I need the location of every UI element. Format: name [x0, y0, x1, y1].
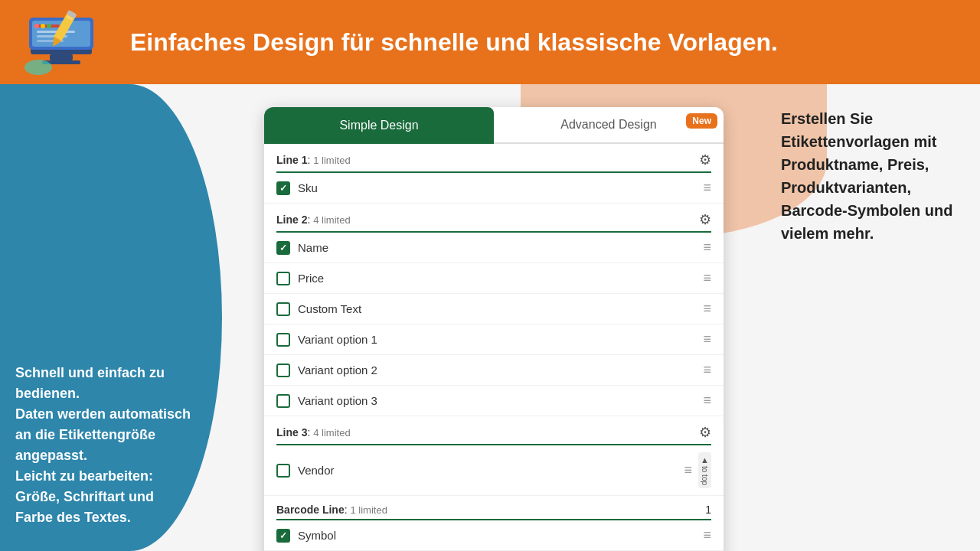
svg-point-16 [24, 60, 52, 75]
drag-icon-sku[interactable]: ≡ [703, 180, 711, 196]
item-variant2: Variant option 2 ≡ [264, 355, 724, 386]
checkbox-name[interactable] [276, 241, 290, 255]
tab-simple-design[interactable]: Simple Design [264, 107, 494, 144]
drag-icon-symbol[interactable]: ≡ [703, 527, 711, 543]
new-badge: New [686, 113, 717, 129]
scroll-to-top[interactable]: ▲ to top [698, 452, 711, 488]
item-price: Price ≡ [264, 263, 724, 294]
label-symbol: Symbol [298, 529, 336, 542]
design-dialog: Simple Design Advanced Design New Line 1… [264, 107, 724, 551]
label-sku: Sku [298, 181, 318, 194]
item-vendor: Vendor ≡ ▲ to top [264, 445, 724, 496]
svg-point-6 [34, 24, 39, 28]
checkbox-variant3[interactable] [276, 394, 290, 408]
main-content: Schnell und einfach zu bedienen. Daten w… [0, 84, 980, 551]
section-line1-header: Line 1: 1 limited ⚙ [264, 144, 724, 171]
svg-point-8 [47, 24, 51, 28]
checkbox-symbol[interactable] [276, 529, 290, 543]
checkbox-vendor[interactable] [276, 464, 290, 478]
item-variant3: Variant option 3 ≡ [264, 386, 724, 416]
checkbox-sku[interactable] [276, 181, 290, 195]
checkbox-custom-text[interactable] [276, 302, 290, 316]
label-price: Price [298, 272, 324, 285]
drag-icon-price[interactable]: ≡ [703, 270, 711, 286]
right-sidebar-text: Erstellen Sie Etikettenvorlagen mit Prod… [781, 107, 957, 245]
section-line2-settings-icon[interactable]: ⚙ [699, 211, 711, 228]
label-custom-text: Custom Text [298, 302, 361, 315]
section-line1-label: Line 1: 1 limited [276, 154, 351, 166]
barcode-limit-number: 1 [705, 504, 711, 516]
label-variant2: Variant option 2 [298, 364, 377, 377]
header-title: Einfaches Design für schnelle und klassi… [130, 28, 778, 57]
header: Einfaches Design für schnelle und klassi… [0, 0, 980, 84]
drag-icon-vendor[interactable]: ≡ [684, 462, 692, 478]
svg-point-7 [41, 24, 45, 28]
drag-icon-variant3[interactable]: ≡ [703, 393, 711, 409]
drag-icon-variant2[interactable]: ≡ [703, 362, 711, 378]
right-sidebar: Erstellen Sie Etikettenvorlagen mit Prod… [766, 84, 980, 551]
section-line2-label: Line 2: 4 limited [276, 214, 351, 226]
label-variant1: Variant option 1 [298, 333, 377, 346]
left-sidebar: Schnell und einfach zu bedienen. Daten w… [0, 84, 222, 551]
dialog-content[interactable]: Line 1: 1 limited ⚙ Sku ≡ Line 2: 4 limi… [264, 144, 724, 551]
section-line3-label: Line 3: 4 limited [276, 426, 351, 439]
left-sidebar-text: Schnell und einfach zu bedienen. Daten w… [15, 363, 191, 528]
checkbox-variant2[interactable] [276, 364, 290, 377]
section-line3-header: Line 3: 4 limited ⚙ [264, 416, 724, 444]
item-custom-text: Custom Text ≡ [264, 294, 724, 324]
label-vendor: Vendor [298, 464, 335, 477]
checkbox-variant1[interactable] [276, 333, 290, 347]
center-area: Simple Design Advanced Design New Line 1… [222, 84, 766, 551]
item-sku: Sku ≡ [264, 173, 724, 204]
label-name: Name [298, 241, 328, 254]
label-variant3: Variant option 3 [298, 394, 377, 407]
drag-icon-name[interactable]: ≡ [703, 240, 711, 256]
item-name: Name ≡ [264, 233, 724, 263]
section-barcode-header: Barcode Line: 1 limited 1 [264, 496, 724, 519]
checkbox-price[interactable] [276, 272, 290, 285]
svg-rect-1 [50, 54, 73, 60]
section-line3-settings-icon[interactable]: ⚙ [699, 424, 711, 441]
item-variant1: Variant option 1 ≡ [264, 324, 724, 355]
section-line1-settings-icon[interactable]: ⚙ [699, 152, 711, 168]
drag-icon-variant1[interactable]: ≡ [703, 331, 711, 347]
section-line2-header: Line 2: 4 limited ⚙ [264, 204, 724, 231]
drag-icon-custom-text[interactable]: ≡ [703, 301, 711, 317]
item-symbol: Symbol ≡ [264, 520, 724, 551]
logo [23, 6, 107, 79]
tab-bar: Simple Design Advanced Design New [264, 107, 724, 144]
section-barcode-label: Barcode Line: 1 limited [276, 504, 387, 516]
